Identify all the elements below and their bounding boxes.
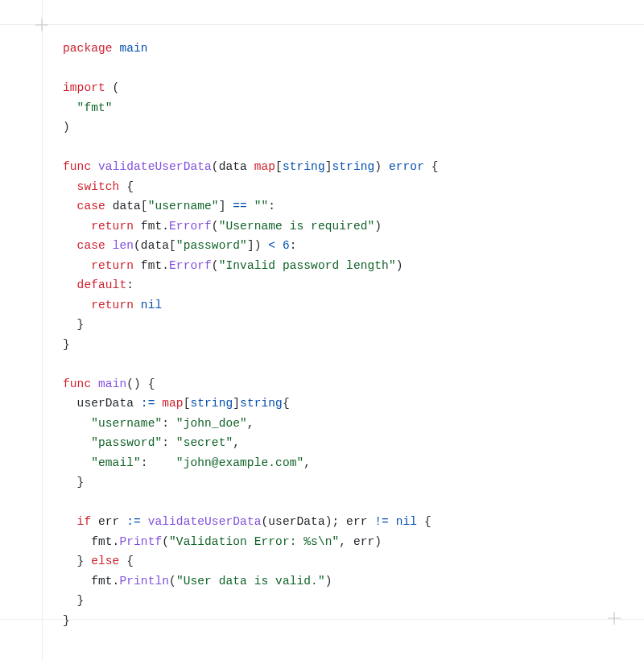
code-token: := xyxy=(141,397,155,410)
code-token: "username" xyxy=(91,417,162,430)
code-token xyxy=(63,239,77,252)
code-token: ( xyxy=(212,220,219,233)
code-token: len xyxy=(113,239,134,252)
code-token: "Username is required" xyxy=(219,220,375,233)
code-token: : xyxy=(268,200,275,212)
code-token: , xyxy=(303,456,311,469)
code-token: case xyxy=(77,239,105,252)
code-token: "john@example.com" xyxy=(176,456,303,469)
code-token: ( xyxy=(105,81,120,94)
code-token: := xyxy=(126,515,141,528)
code-token: ( xyxy=(212,259,219,272)
code-token: } xyxy=(63,614,70,627)
code-token: nil xyxy=(141,299,162,311)
code-token: return xyxy=(91,259,134,272)
code-token: ) xyxy=(396,259,403,272)
code-token: return xyxy=(91,299,134,311)
code-token: "password" xyxy=(91,436,162,449)
code-token: "john_doe" xyxy=(176,417,247,430)
code-token xyxy=(63,555,77,567)
code-token xyxy=(155,397,162,410)
code-token: ( xyxy=(169,575,176,588)
code-token xyxy=(63,476,77,489)
code-block: package main import ( "fmt" ) func valid… xyxy=(63,39,612,630)
code-token: map xyxy=(162,397,183,410)
code-token: } xyxy=(77,476,85,489)
code-token xyxy=(63,318,77,331)
code-token: fmt. xyxy=(91,575,119,588)
code-token xyxy=(63,259,91,272)
code-token: validateUserData xyxy=(148,515,262,528)
code-token: return xyxy=(91,220,134,233)
code-token: main xyxy=(119,42,147,55)
code-token: nil xyxy=(396,515,417,528)
code-token: 6 xyxy=(283,239,290,252)
code-token: "fmt" xyxy=(77,101,113,114)
code-token: err xyxy=(91,515,126,528)
code-token: } xyxy=(63,338,70,351)
code-token xyxy=(63,535,91,548)
code-token: } xyxy=(77,318,85,331)
code-token: ] xyxy=(233,397,240,410)
code-token: func xyxy=(63,377,91,390)
code-token: { xyxy=(119,180,134,193)
code-token: (data[ xyxy=(134,239,176,252)
code-token: ]) xyxy=(247,239,268,252)
code-token xyxy=(141,515,148,528)
code-token: if xyxy=(77,515,92,528)
code-token: "User data is valid." xyxy=(176,575,325,588)
code-token: "secret" xyxy=(176,436,233,449)
code-token: Printf xyxy=(119,535,162,548)
code-token: { xyxy=(119,555,134,567)
code-token: validateUserData xyxy=(98,160,212,173)
code-token: () { xyxy=(126,377,155,390)
code-token: [ xyxy=(275,160,283,173)
code-token xyxy=(63,456,91,469)
code-token: "email" xyxy=(91,456,141,469)
code-token: : xyxy=(290,239,297,252)
code-token: string xyxy=(190,397,233,410)
code-token: ) xyxy=(374,220,382,233)
frame-border-left xyxy=(42,0,43,660)
code-token: } xyxy=(77,594,85,607)
code-token: != xyxy=(374,515,389,528)
code-token: Errorf xyxy=(169,259,212,272)
code-token: fmt. xyxy=(91,535,119,548)
code-token: "Validation Error: %s\n" xyxy=(169,535,339,548)
code-token: fmt. xyxy=(134,220,169,233)
code-token: string xyxy=(240,397,283,410)
code-token: func xyxy=(63,160,91,173)
code-token xyxy=(63,220,91,233)
code-token: ) xyxy=(374,160,389,173)
frame-border-top xyxy=(0,24,644,25)
code-token: data[ xyxy=(105,200,148,212)
code-token: == xyxy=(233,200,247,212)
code-token: (userData); err xyxy=(261,515,374,528)
code-token xyxy=(63,397,77,410)
code-token: (data xyxy=(212,160,254,173)
code-token: "password" xyxy=(176,239,247,252)
code-token: ) xyxy=(325,575,332,588)
code-token xyxy=(275,239,283,252)
code-token: string xyxy=(283,160,325,173)
code-token xyxy=(63,200,77,212)
code-token: < xyxy=(268,239,275,252)
code-token: "username" xyxy=(148,200,219,212)
code-token: { xyxy=(283,397,290,410)
code-token xyxy=(389,515,396,528)
code-token: userData xyxy=(77,397,141,410)
code-token: case xyxy=(77,200,105,212)
code-token: : xyxy=(126,278,134,291)
code-token: package xyxy=(63,42,113,55)
code-token: "Invalid password length" xyxy=(219,259,396,272)
code-token: ] xyxy=(325,160,332,173)
code-token: import xyxy=(63,81,105,94)
code-token xyxy=(247,200,254,212)
code-token: : xyxy=(162,417,176,430)
code-token xyxy=(63,299,91,311)
code-token xyxy=(63,180,77,193)
code-token: : xyxy=(162,436,176,449)
code-token: } xyxy=(77,555,92,567)
code-token: fmt. xyxy=(134,259,169,272)
code-token xyxy=(63,278,77,291)
